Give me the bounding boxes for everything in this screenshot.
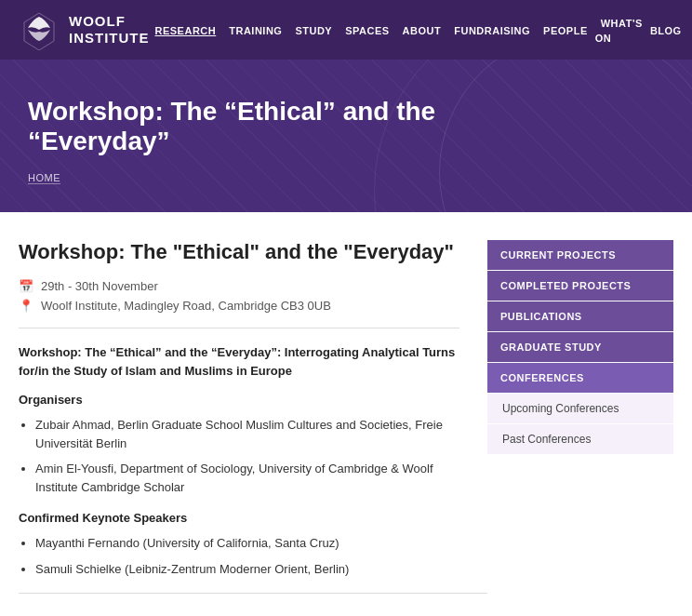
meta-info: 📅 29th - 30th November 📍 Woolf Institute… [19,279,459,313]
nav-item-research[interactable]: RESEARCH [150,22,222,37]
sidebar-item-current-projects[interactable]: CURRENT PROJECTS [487,240,673,270]
location-row: 📍 Woolf Institute, Madingley Road, Cambr… [19,299,459,313]
nav-list: RESEARCH TRAINING STUDY SPACES ABOUT FUN… [150,15,693,45]
list-item: Samuli Schielke (Leibniz-Zentrum Moderne… [35,560,459,579]
sidebar-sub-item-past-conferences[interactable]: Past Conferences [487,424,673,454]
nav-link-fundraising[interactable]: FUNDRAISING [448,21,536,40]
sidebar-sub-item-upcoming-conferences[interactable]: Upcoming Conferences [487,394,673,423]
nav-item-study[interactable]: STUDY [289,22,338,37]
breadcrumb: HOME [28,169,664,184]
logo-icon [19,9,60,50]
sidebar-item-graduate-study[interactable]: GRADUATE STUDY [487,332,673,362]
event-date: 29th - 30th November [41,279,158,293]
list-item: Amin El-Yousfi, Department of Sociology,… [35,460,459,496]
sidebar-item-completed-projects[interactable]: COMPLETED PROJECTS [487,271,673,301]
main-content: Workshop: The "Ethical" and the "Everyda… [0,212,692,616]
location-icon: 📍 [19,299,33,313]
keynote-heading: Confirmed Keynote Speakers [19,511,459,525]
nav-item-whatson[interactable]: WHAT'S ON [595,15,643,45]
keynote-list: Mayanthi Fernando (University of Califor… [19,534,459,578]
nav-link-blog[interactable]: BLOG [645,21,687,40]
nav-link-whatson[interactable]: WHAT'S ON [595,14,643,47]
event-location: Woolf Institute, Madingley Road, Cambrid… [41,299,331,313]
logo-area[interactable]: WOOLF INSTITUTE [19,9,150,50]
sidebar-item-publications[interactable]: PUBLICATIONS [487,301,673,331]
date-row: 📅 29th - 30th November [19,279,459,293]
list-item: Zubair Ahmad, Berlin Graduate School Mus… [35,416,459,452]
nav-item-people[interactable]: PEOPLE [538,22,593,37]
nav-link-spaces[interactable]: SPACES [339,21,394,40]
logo-text: WOOLF INSTITUTE [69,13,150,47]
divider [19,328,459,328]
search-icon[interactable]: 🔍 [689,22,692,37]
calendar-icon: 📅 [19,279,33,293]
page-subtitle: Workshop: The "Ethical" and the "Everyda… [19,240,459,264]
nav-link-research[interactable]: RESEARCH [150,21,222,40]
organisers-list: Zubair Ahmad, Berlin Graduate School Mus… [19,416,459,496]
nav-item-training[interactable]: TRAINING [223,22,287,37]
nav-item-blog[interactable]: BLOG [645,22,687,37]
hero-title: Workshop: The “Ethical” and the “Everyda… [28,97,567,156]
main-nav: RESEARCH TRAINING STUDY SPACES ABOUT FUN… [150,15,693,45]
nav-item-fundraising[interactable]: FUNDRAISING [448,22,536,37]
nav-link-about[interactable]: ABOUT [397,21,447,40]
nav-link-study[interactable]: STUDY [289,21,338,40]
sidebar-item-conferences[interactable]: CONFERENCES [487,363,673,393]
nav-link-people[interactable]: PEOPLE [538,21,593,40]
nav-link-training[interactable]: TRAINING [223,21,287,40]
header: WOOLF INSTITUTE RESEARCH TRAINING STUDY … [0,0,692,60]
organisers-heading: Organisers [19,393,459,407]
nav-item-spaces[interactable]: SPACES [339,22,394,37]
workshop-description: Workshop: The “Ethical” and the “Everyda… [19,343,459,380]
sidebar: CURRENT PROJECTS COMPLETED PROJECTS PUBL… [487,240,673,594]
breadcrumb-home-link[interactable]: HOME [28,172,60,184]
nav-item-about[interactable]: ABOUT [397,22,447,37]
content-area: Workshop: The "Ethical" and the "Everyda… [19,240,487,594]
hero-banner: Workshop: The “Ethical” and the “Everyda… [0,60,692,212]
list-item: Mayanthi Fernando (University of Califor… [35,534,459,553]
